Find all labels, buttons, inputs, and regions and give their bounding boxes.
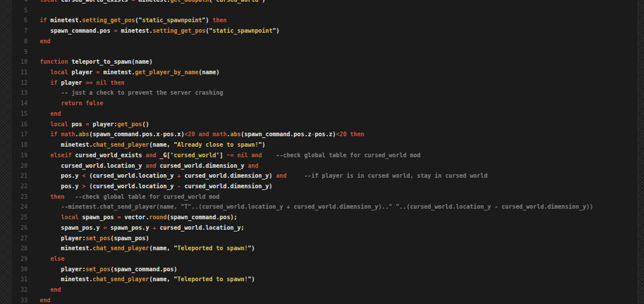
code-line[interactable]: 8end (12, 36, 638, 47)
code-line[interactable]: 19 elseif cursed_world_exists and _G['cu… (12, 150, 638, 161)
line-number[interactable]: 9 (12, 47, 28, 57)
code-line[interactable]: 33end (12, 295, 638, 304)
line-number[interactable]: 21 (12, 171, 28, 181)
code-line[interactable]: 15 end (12, 109, 638, 119)
code-token: get_pos (117, 121, 142, 127)
line-number[interactable]: 16 (12, 119, 28, 130)
line-number[interactable]: 24 (12, 202, 28, 212)
code-line[interactable]: 21 pos.y < (cursed_world.location_y + cu… (12, 171, 638, 181)
code-token: (spawn_command.pos.z (241, 131, 311, 137)
line-number[interactable]: 14 (12, 98, 28, 109)
line-number[interactable]: 12 (12, 78, 28, 88)
code-token: player: (89, 121, 117, 127)
code-token: (cursed_world.location_y (85, 183, 177, 189)
line-number[interactable]: 25 (12, 212, 28, 223)
code-area[interactable]: 4local cursed_world_exists = minetest.ge… (12, 0, 638, 304)
code-token: and (248, 163, 258, 169)
code-token: math (213, 131, 227, 137)
code-line[interactable]: 18 minetest.chat_send_player(name, "Alre… (12, 140, 638, 150)
code-token: pos.y (40, 183, 82, 189)
code-line[interactable]: 4local cursed_world_exists = minetest.ge… (12, 0, 638, 5)
code-line[interactable]: 22 pos.y > (cursed_world.location_y - cu… (12, 181, 638, 192)
code-token: and (198, 131, 209, 137)
code-token: minetest. (135, 0, 170, 3)
code-line[interactable]: 23 then --check global table for cursed_… (12, 192, 638, 202)
code-line[interactable]: 6if minetest.setting_get_pos("static_spa… (12, 15, 638, 26)
code-token: elseif (50, 152, 71, 158)
line-number[interactable]: 19 (12, 150, 28, 161)
code-token: chat_send_player (93, 245, 149, 251)
code-line[interactable]: 29 else (12, 254, 638, 264)
code-line[interactable]: 9 (12, 47, 638, 57)
code-token: cursed_world (174, 152, 216, 158)
code-token: (name, " (149, 276, 177, 282)
code-token: minetest. (40, 141, 93, 148)
line-number[interactable]: 26 (12, 223, 28, 233)
code-line[interactable]: 25 local spawn_pos = vector.round(spawn_… (12, 212, 638, 223)
code-line[interactable]: 16 local pos = player:get_pos() (12, 119, 638, 130)
code-token: cursed_world_exists (57, 0, 131, 3)
code-line[interactable]: 14 return false (12, 98, 638, 109)
line-number[interactable]: 11 (12, 67, 28, 78)
line-number[interactable]: 30 (12, 264, 28, 275)
line-number[interactable]: 10 (12, 57, 28, 67)
line-number[interactable]: 23 (12, 192, 28, 202)
code-token: () (142, 121, 149, 127)
line-number[interactable]: 31 (12, 274, 28, 285)
code-line[interactable]: 30 player:set_pos(spawn_command.pos) (12, 264, 638, 275)
line-number[interactable]: 7 (12, 26, 28, 36)
left-texture-strip (0, 0, 12, 304)
line-number[interactable]: 32 (12, 285, 28, 295)
line-number[interactable]: 5 (12, 5, 28, 16)
code-token: (spawn_pos) (110, 235, 149, 241)
code-line[interactable]: 26 spawn_pos.y = spawn_pos.y + cursed_wo… (12, 223, 638, 233)
code-line[interactable]: 32 end (12, 285, 638, 295)
code-token: (name) (198, 69, 220, 75)
code-line[interactable]: 24 --minetest.chat_send_player(name, "T"… (12, 202, 638, 212)
code-line[interactable]: 10function teleport_to_spawn(name) (12, 57, 638, 67)
code-token: player (68, 69, 96, 75)
line-number[interactable]: 29 (12, 254, 28, 264)
line-number[interactable]: 13 (12, 88, 28, 98)
line-number[interactable]: 22 (12, 181, 28, 192)
code-line[interactable]: 20 cursed_world.location_y and cursed_wo… (12, 161, 638, 171)
code-token: player: (40, 266, 85, 272)
code-line[interactable]: 28 minetest.chat_send_player(name, "Tele… (12, 243, 638, 254)
code-text: --minetest.chat_send_player(name, "T"..(… (28, 202, 593, 212)
line-number[interactable]: 33 (12, 295, 28, 304)
line-number[interactable]: 18 (12, 140, 28, 150)
code-token: and (276, 172, 286, 179)
code-token: (spawn_command.pos) (110, 266, 177, 272)
code-token: --check global table for cursed_world mo… (75, 194, 220, 200)
line-number[interactable]: 8 (12, 36, 28, 47)
code-text: pos.y < (cursed_world.location_y + curse… (28, 171, 488, 181)
code-token: ") (258, 141, 265, 148)
line-number[interactable]: 15 (12, 109, 28, 119)
code-line[interactable]: 7 spawn_command.pos = minetest.setting_g… (12, 26, 638, 36)
code-text: elseif cursed_world_exists and _G['curse… (28, 150, 420, 161)
code-lines-container: 4local cursed_world_exists = minetest.ge… (12, 0, 638, 304)
line-number[interactable]: 6 (12, 15, 28, 26)
code-line[interactable]: 11 local player = minetest.get_player_by… (12, 67, 638, 78)
code-token (40, 100, 61, 106)
line-number[interactable]: 28 (12, 243, 28, 254)
line-number[interactable]: 17 (12, 129, 28, 140)
code-token: (cursed_world.location_y (85, 172, 177, 179)
code-line[interactable]: 27 player:set_pos(spawn_pos) (12, 233, 638, 244)
code-token: (" (209, 0, 216, 3)
code-line[interactable]: 5 (12, 5, 638, 16)
code-token: static_spawnpoint (213, 27, 272, 34)
code-line[interactable]: 13 -- just a check to prevent the server… (12, 88, 638, 98)
code-token: get_modpath (170, 0, 209, 3)
line-number[interactable]: 27 (12, 233, 28, 244)
code-text: minetest.chat_send_player(name, "Telepor… (28, 274, 255, 285)
code-line[interactable]: 12 if player == nil then (12, 78, 638, 88)
code-token: Teleported to spawn! (177, 245, 248, 251)
code-line[interactable]: 31 minetest.chat_send_player(name, "Tele… (12, 274, 638, 285)
code-line[interactable]: 17 if math.abs(spawn_command.pos.x-pos.x… (12, 129, 638, 140)
code-token (40, 203, 61, 210)
code-token: vector. (121, 214, 149, 220)
code-token: then (50, 194, 64, 200)
line-number[interactable]: 4 (12, 0, 28, 5)
line-number[interactable]: 20 (12, 161, 28, 171)
